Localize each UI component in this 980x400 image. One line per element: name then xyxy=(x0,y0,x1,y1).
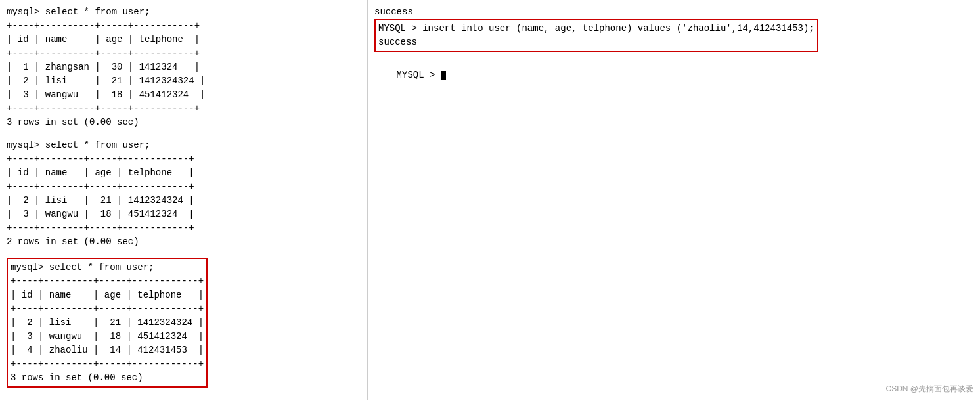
insert-command-line: MYSQL > insert into user (name, age, tel… xyxy=(378,22,814,35)
terminal-line: | id | name | age | telphone | xyxy=(7,33,361,47)
terminal-line: | 2 | lisi | 21 | 1412324324 | xyxy=(7,194,361,208)
terminal-block-3-highlighted: mysql> select * from user; +----+-------… xyxy=(7,258,361,388)
terminal-line: | 1 | zhangsan | 30 | 1412324 | xyxy=(7,60,361,74)
prompt-text: MYSQL > xyxy=(397,70,441,80)
terminal-line: +----+---------+-----+------------+ xyxy=(11,357,204,371)
terminal-line: | 3 | wangwu | 18 | 451412324 | xyxy=(7,208,361,221)
terminal-line: mysql> select * from user; xyxy=(11,261,204,275)
terminal-line: +----+----------+-----+-----------+ xyxy=(7,19,361,33)
watermark-text: CSDN @先搞面包再谈爱 xyxy=(885,384,973,395)
insert-success-line: success xyxy=(378,35,814,49)
right-highlighted-region: MYSQL > insert into user (name, age, tel… xyxy=(374,19,818,52)
terminal-line: 2 rows in set (0.00 sec) xyxy=(7,235,361,249)
terminal-line: | 2 | lisi | 21 | 1412324324 | xyxy=(7,74,361,88)
terminal-line: | 2 | lisi | 21 | 1412324324 | xyxy=(11,316,204,330)
terminal-line: +----+---------+-----+------------+ xyxy=(11,275,204,288)
terminal-line: mysql> select * from user; xyxy=(7,5,361,19)
terminal-line: | id | name | age | telphone | xyxy=(11,288,204,302)
terminal-block-2: mysql> select * from user; +----+-------… xyxy=(7,139,361,249)
highlighted-region: mysql> select * from user; +----+-------… xyxy=(7,258,208,388)
terminal-line: mysql> select * from user; xyxy=(7,139,361,152)
terminal-line: | 4 | zhaoliu | 14 | 412431453 | xyxy=(11,344,204,357)
terminal-line: | 3 | wangwu | 18 | 451412324 | xyxy=(11,330,204,344)
terminal-line: +----+--------+-----+------------+ xyxy=(7,221,361,235)
mysql-prompt-line: MYSQL > xyxy=(374,55,973,96)
terminal-line: +----+--------+-----+------------+ xyxy=(7,180,361,194)
terminal-line: +----+--------+-----+------------+ xyxy=(7,152,361,166)
terminal-line: 3 rows in set (0.00 sec) xyxy=(7,116,361,129)
right-terminal-panel: success MYSQL > insert into user (name, … xyxy=(368,0,980,400)
left-terminal-panel: mysql> select * from user; +----+-------… xyxy=(0,0,368,400)
terminal-block-1: mysql> select * from user; +----+-------… xyxy=(7,5,361,129)
terminal-line: +----+----------+-----+-----------+ xyxy=(7,102,361,116)
terminal-line: | id | name | age | telphone | xyxy=(7,166,361,180)
terminal-line: +----+---------+-----+------------+ xyxy=(11,302,204,316)
terminal-line: 3 rows in set (0.00 sec) xyxy=(11,371,204,385)
cursor xyxy=(441,71,446,80)
success-line-top: success xyxy=(374,5,973,19)
terminal-line: +----+----------+-----+-----------+ xyxy=(7,47,361,60)
terminal-line: | 3 | wangwu | 18 | 451412324 | xyxy=(7,88,361,102)
